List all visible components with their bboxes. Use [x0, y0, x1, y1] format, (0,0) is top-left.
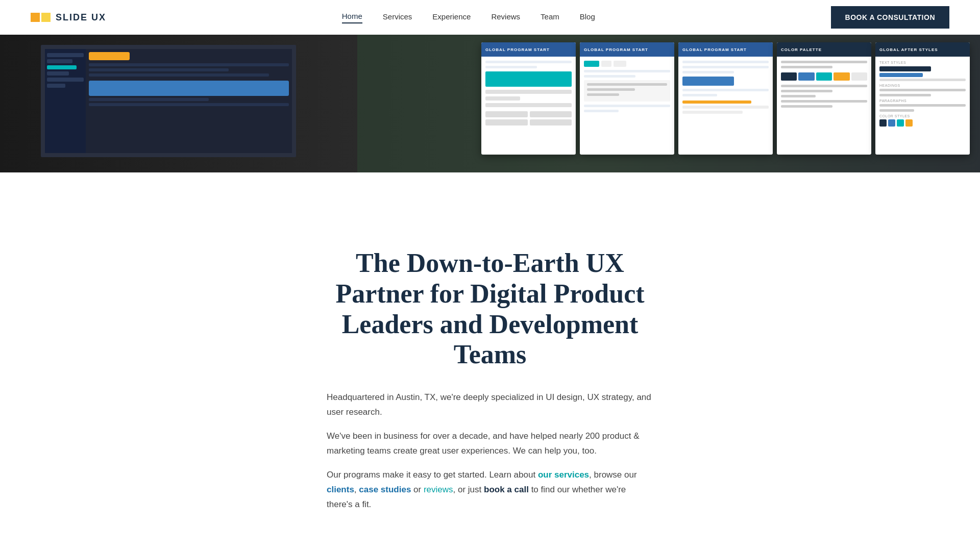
nav-blog[interactable]: Blog — [580, 12, 595, 23]
nav-team[interactable]: Team — [541, 12, 559, 23]
laptop-sidebar — [45, 49, 86, 153]
laptop-sidebar-item — [47, 65, 77, 69]
hero-laptop — [0, 35, 357, 172]
ui-screen-title-2: GLOBAL PROGRAM START — [584, 47, 648, 52]
laptop-sidebar-item — [47, 59, 72, 63]
main-nav: Home Services Experience Reviews Team Bl… — [342, 12, 595, 23]
laptop-screen — [41, 45, 296, 157]
laptop-main-row — [89, 98, 209, 101]
link-clients[interactable]: clients — [327, 485, 354, 494]
ui-screen-body-1 — [481, 57, 576, 130]
logo-square-orange — [31, 13, 40, 22]
ui-screen-title-1: GLOBAL PROGRAM START — [485, 47, 550, 52]
ui-screen-title-5: GLOBAL AFTER STYLES — [879, 47, 938, 52]
ui-screen-body-2 — [580, 57, 674, 119]
description-1: Headquartered in Austin, TX, we're deepl… — [327, 390, 653, 420]
logo-icon — [31, 13, 51, 22]
desc3-mid2: or — [411, 485, 424, 494]
ui-screen-title-3: GLOBAL PROGRAM START — [682, 47, 747, 52]
desc3-prefix: Our programs make it easy to get started… — [327, 470, 538, 480]
laptop-screen-inner — [45, 49, 292, 153]
ui-screen-body-3 — [678, 57, 773, 118]
ui-screen-header-2: GLOBAL PROGRAM START — [580, 42, 674, 57]
site-header: SLIDE UX Home Services Experience Review… — [0, 0, 980, 35]
site-logo[interactable]: SLIDE UX — [31, 12, 106, 23]
ui-screen-1: GLOBAL PROGRAM START — [481, 42, 576, 155]
laptop-main — [86, 49, 292, 153]
laptop-main-row — [89, 73, 269, 77]
hero-image: GLOBAL PROGRAM START GLOBAL PROG — [0, 35, 980, 172]
ui-screen-3: GLOBAL PROGRAM START — [678, 42, 773, 155]
nav-experience[interactable]: Experience — [432, 12, 471, 23]
description-3: Our programs make it easy to get started… — [327, 468, 653, 512]
ui-screen-2: GLOBAL PROGRAM START — [580, 42, 674, 155]
hero-right-screens: GLOBAL PROGRAM START GLOBAL PROG — [490, 35, 980, 172]
link-reviews[interactable]: reviews — [424, 485, 453, 494]
laptop-sidebar-item — [47, 78, 84, 82]
content-section: The Down-to-Earth UX Partner for Digital… — [306, 207, 674, 551]
laptop-main-row — [89, 68, 229, 71]
logo-square-yellow — [41, 13, 51, 22]
book-consultation-button[interactable]: BOOK A CONSULTATION — [831, 6, 949, 29]
link-our-services[interactable]: our services — [538, 470, 589, 480]
description-2: We've been in business for over a decade… — [327, 429, 653, 459]
desc3-mid1: , browse our — [589, 470, 637, 480]
link-book-call[interactable]: book a call — [484, 485, 529, 494]
laptop-sidebar-item — [47, 53, 84, 57]
ui-screen-header-3: GLOBAL PROGRAM START — [678, 42, 773, 57]
laptop-sidebar-item — [47, 71, 69, 76]
ui-screen-body-4 — [777, 57, 871, 114]
main-content: The Down-to-Earth UX Partner for Digital… — [0, 172, 980, 551]
laptop-main-row — [89, 103, 289, 106]
ui-screen-body-5: Text Styles Headings Paragraphs Color St… — [875, 57, 970, 131]
hero-title: The Down-to-Earth UX Partner for Digital… — [327, 248, 653, 370]
desc3-mid3: , or just — [453, 485, 484, 494]
nav-reviews[interactable]: Reviews — [491, 12, 520, 23]
ui-screen-4: COLOR PALETTE — [777, 42, 871, 155]
ui-screen-header-1: GLOBAL PROGRAM START — [481, 42, 576, 57]
desc3-comma: , — [354, 485, 359, 494]
nav-home[interactable]: Home — [342, 12, 362, 23]
ui-screen-header-5: GLOBAL AFTER STYLES — [875, 42, 970, 57]
ui-screen-5: GLOBAL AFTER STYLES Text Styles Headings… — [875, 42, 970, 155]
color-palette — [781, 72, 867, 81]
ui-screen-title-4: COLOR PALETTE — [781, 47, 822, 52]
laptop-main-row — [89, 63, 289, 66]
nav-services[interactable]: Services — [383, 12, 412, 23]
link-case-studies[interactable]: case studies — [359, 485, 411, 494]
logo-text: SLIDE UX — [56, 12, 106, 23]
laptop-sidebar-item — [47, 84, 65, 88]
ui-screen-header-4: COLOR PALETTE — [777, 42, 871, 57]
